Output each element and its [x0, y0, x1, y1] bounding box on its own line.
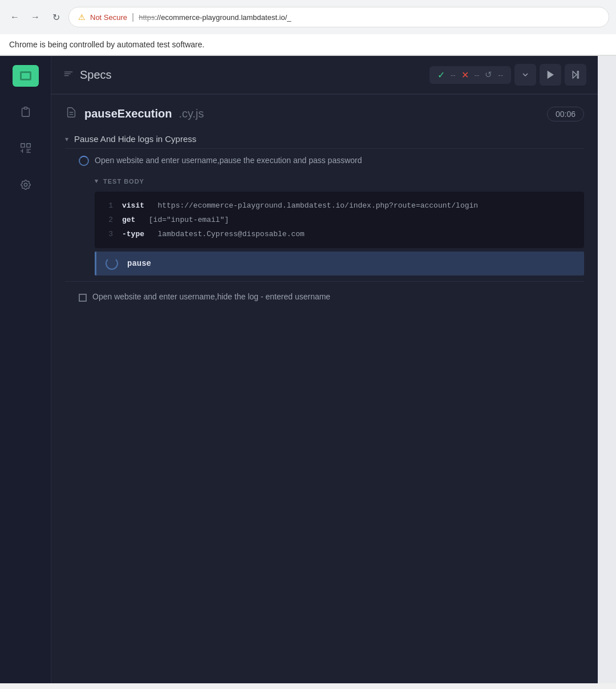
- pause-spinner-icon: [106, 257, 118, 270]
- panel-header: Specs ✓ -- ✕ -- ↺ --: [51, 56, 598, 94]
- test-body-chevron: ▾: [95, 177, 99, 185]
- address-divider: |: [132, 12, 134, 22]
- app-container: Specs ✓ -- ✕ -- ↺ --: [0, 56, 616, 683]
- fail-x-icon: ✕: [461, 70, 469, 80]
- browser-chrome: ← → ↻ ⚠ Not Secure | https://ecommerce-p…: [0, 0, 616, 56]
- app-logo[interactable]: [13, 65, 39, 87]
- address-bar[interactable]: ⚠ Not Secure | https://ecommerce-playgro…: [68, 7, 609, 27]
- file-code-icon: [65, 106, 78, 121]
- browser-toolbar: ← → ↻ ⚠ Not Secure | https://ecommerce-p…: [0, 0, 616, 34]
- code-line-1: 1 visit https://ecommerce-playground.lam…: [104, 198, 575, 213]
- code-line-2: 2 get [id="input-email"]: [104, 213, 575, 227]
- code-keyword-type: -type: [122, 230, 144, 238]
- specs-label: Specs: [80, 68, 112, 82]
- test-1-description: Open website and enter username,pause th…: [95, 155, 362, 167]
- running-spinner-icon: [79, 156, 89, 166]
- test-1-status-icon: [79, 156, 89, 169]
- code-content-2: get [id="input-email"]: [122, 216, 229, 224]
- svg-marker-2: [548, 71, 553, 78]
- svg-rect-4: [577, 71, 578, 78]
- pending-square-icon: [79, 294, 87, 302]
- line-num-2: 2: [104, 216, 113, 224]
- header-controls: ✓ -- ✕ -- ↺ --: [429, 64, 586, 86]
- sidebar-item-settings[interactable]: [14, 173, 37, 196]
- line-num-3: 3: [104, 230, 113, 238]
- test-body-1: ▾ TEST BODY 1 visit https://ecommerce-pl…: [95, 175, 584, 275]
- right-panel-scrollbar: [598, 56, 616, 683]
- suite-title[interactable]: ▾ Pause And Hide logs in Cypress: [65, 129, 584, 148]
- code-selector-2: [id="input-email"]: [149, 216, 229, 224]
- svg-rect-1: [26, 144, 30, 147]
- main-panel: Specs ✓ -- ✕ -- ↺ --: [51, 56, 598, 683]
- specs-title: Specs: [63, 68, 112, 82]
- pause-command-row: pause: [95, 252, 584, 275]
- pass-check-icon: ✓: [437, 70, 445, 80]
- chevron-down-icon: [521, 70, 530, 79]
- svg-marker-3: [573, 71, 577, 78]
- status-bar: ✓ -- ✕ -- ↺ --: [429, 66, 511, 84]
- file-extension: .cy.js: [179, 107, 204, 120]
- skip-icon: [571, 70, 580, 79]
- settings-icon: [19, 179, 32, 191]
- not-secure-label: Not Secure: [90, 13, 127, 22]
- test-suite: ▾ Pause And Hide logs in Cypress Open we…: [51, 129, 598, 314]
- back-button[interactable]: ←: [7, 9, 23, 25]
- code-keyword-visit: visit: [122, 201, 144, 210]
- code-value-3: lambdatest.Cypress@disposable.com: [157, 230, 304, 238]
- file-timer: 00:06: [547, 107, 584, 121]
- specs-title-icon: [63, 69, 74, 80]
- file-header: pauseExecution.cy.js 00:06: [51, 95, 598, 129]
- play-button[interactable]: [540, 64, 561, 86]
- skip-button[interactable]: [565, 64, 586, 86]
- svg-rect-0: [21, 144, 24, 147]
- address-url: https://ecommerce-playground.lambdatest.…: [139, 13, 291, 22]
- code-content-1: visit https://ecommerce-playground.lambd…: [122, 201, 478, 210]
- test-2-header: Open website and enter username,hide the…: [79, 291, 584, 305]
- specs-icon: [19, 106, 32, 118]
- file-name-container: pauseExecution.cy.js: [65, 106, 204, 121]
- code-url-1: https://ecommerce-playground.lambdatest.…: [157, 201, 478, 210]
- pause-command-label: pause: [127, 259, 151, 268]
- security-warning-icon: ⚠: [78, 13, 86, 22]
- test-2-status-icon: [79, 292, 87, 305]
- selector-playground-icon: [19, 142, 32, 155]
- fail-count: --: [475, 71, 480, 79]
- test-item-2: Open website and enter username,hide the…: [65, 281, 584, 314]
- sidebar: [0, 56, 51, 683]
- test-1-header: Open website and enter username,pause th…: [79, 155, 584, 169]
- file-base-name: pauseExecution: [84, 107, 172, 120]
- code-keyword-get: get: [122, 216, 135, 224]
- url-rest: ://ecommerce-playground.lambdatest.io/_: [155, 13, 291, 22]
- dropdown-button[interactable]: [514, 64, 536, 86]
- running-count: --: [498, 71, 503, 79]
- test-body-label: TEST BODY: [103, 178, 144, 185]
- refresh-button[interactable]: ↻: [48, 9, 64, 25]
- suite-title-label: Pause And Hide logs in Cypress: [74, 134, 196, 144]
- code-block: 1 visit https://ecommerce-playground.lam…: [95, 192, 584, 248]
- pass-count: --: [451, 71, 456, 79]
- play-icon: [546, 70, 555, 79]
- test-body-header[interactable]: ▾ TEST BODY: [95, 175, 584, 187]
- code-line-3: 3 -type lambdatest.Cypress@disposable.co…: [104, 227, 575, 241]
- running-spin-icon: ↺: [485, 70, 492, 80]
- sidebar-item-selector-playground[interactable]: [14, 137, 37, 160]
- test-2-description: Open website and enter username,hide the…: [92, 291, 330, 303]
- suite-chevron-icon: ▾: [65, 135, 68, 143]
- test-item-1: Open website and enter username,pause th…: [65, 148, 584, 281]
- automated-test-banner: Chrome is being controlled by automated …: [0, 34, 616, 55]
- logo-icon: [20, 71, 31, 80]
- line-num-1: 1: [104, 201, 113, 210]
- sidebar-item-specs[interactable]: [14, 100, 37, 123]
- forward-button[interactable]: →: [27, 9, 43, 25]
- https-strikethrough: https: [139, 13, 155, 22]
- code-content-3: -type lambdatest.Cypress@disposable.com: [122, 230, 305, 238]
